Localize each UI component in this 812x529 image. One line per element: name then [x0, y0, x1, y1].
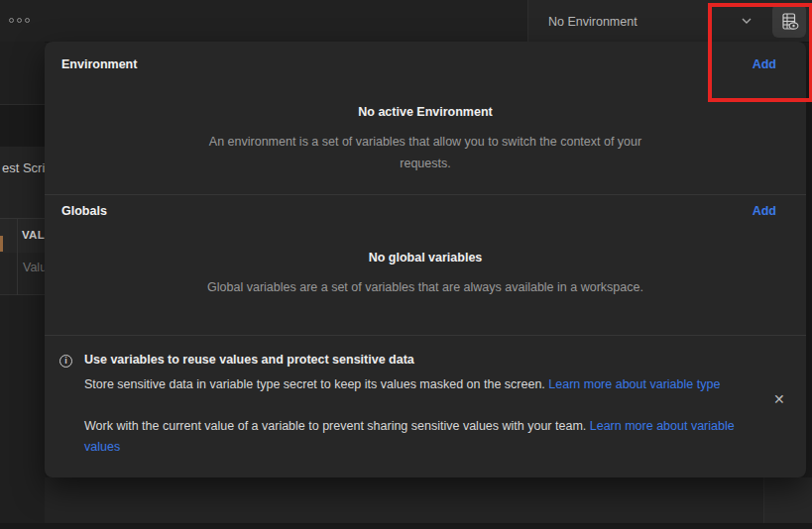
background-pane-divider	[763, 477, 764, 523]
more-options-icon[interactable]	[9, 18, 30, 23]
background-right-pane	[764, 477, 812, 523]
info-secret-text: Store sensitive data in variable type se…	[84, 377, 548, 391]
environment-panel: Environment Add No active Environment An…	[45, 42, 806, 477]
environment-selector[interactable]: No Environment	[548, 15, 638, 29]
info-current-value-text: Work with the current value of a variabl…	[84, 419, 590, 433]
section-divider	[45, 194, 806, 195]
top-bar-left-section	[0, 0, 528, 42]
background-app-strip: est Scrip VAL Valu	[0, 42, 45, 529]
environment-description: An environment is a set of variables tha…	[201, 131, 649, 174]
info-icon: i	[59, 355, 72, 368]
section-divider	[45, 335, 806, 336]
info-banner-title: Use variables to reuse values and protec…	[84, 353, 414, 367]
environment-quick-look-button[interactable]	[772, 4, 806, 38]
environment-section-title: Environment	[61, 57, 137, 71]
status-bar	[0, 523, 812, 529]
no-global-variables-title: No global variables	[45, 251, 806, 264]
info-banner-current-value-paragraph: Work with the current value of a variabl…	[84, 416, 754, 458]
globals-add-button[interactable]: Add	[753, 204, 776, 218]
background-value-input-partial[interactable]: Valu	[23, 261, 47, 274]
background-accent-mark	[0, 236, 3, 252]
close-icon[interactable]: ✕	[773, 392, 785, 406]
learn-more-variable-type-link[interactable]: Learn more about variable type	[548, 377, 720, 391]
background-band	[0, 104, 45, 148]
info-banner-secret-paragraph: Store sensitive data in variable type se…	[84, 374, 754, 395]
dot-icon	[25, 18, 30, 23]
background-bottom-area	[45, 477, 812, 529]
dot-icon	[9, 18, 14, 23]
no-active-environment-title: No active Environment	[45, 105, 806, 119]
chevron-down-icon[interactable]	[738, 14, 755, 28]
dot-icon	[17, 18, 22, 23]
globals-section-title: Globals	[61, 204, 107, 218]
environment-quick-look-icon	[780, 12, 799, 31]
background-column-divider	[17, 218, 18, 295]
background-tab-label-partial[interactable]: est Scrip	[2, 160, 45, 175]
top-bar: No Environment	[0, 0, 812, 43]
globals-description: Global variables are a set of variables …	[181, 276, 669, 298]
environment-add-button[interactable]: Add	[753, 57, 776, 71]
background-tabs-row	[0, 147, 45, 218]
app-window: No Environment est Scrip	[0, 0, 812, 529]
background-column-header-partial: VAL	[22, 229, 45, 241]
